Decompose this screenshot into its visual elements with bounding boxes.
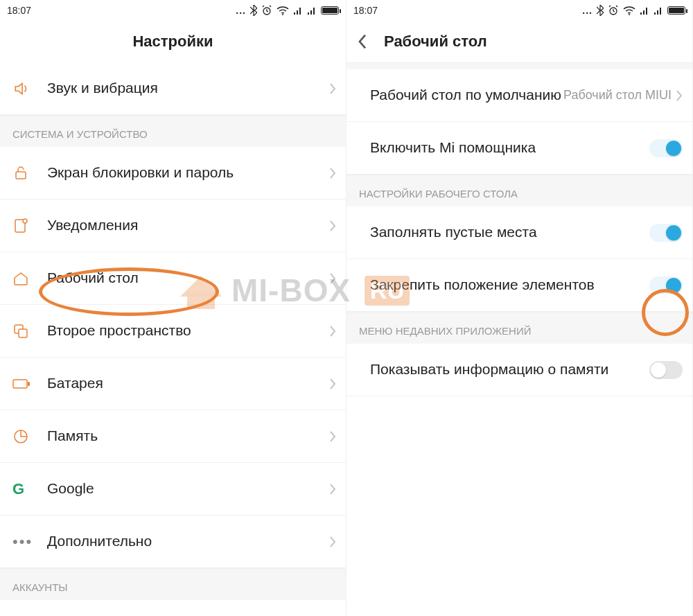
row-google[interactable]: G Google	[0, 463, 346, 516]
chevron-right-icon	[676, 89, 683, 102]
row-additional[interactable]: ••• Дополнительно	[0, 516, 346, 568]
toggle-fill-empty[interactable]	[649, 224, 683, 242]
row-notifications[interactable]: Уведомления	[0, 200, 346, 252]
wifi-icon	[623, 6, 635, 15]
memory-icon	[12, 428, 47, 445]
chevron-right-icon	[329, 430, 336, 443]
row-value: Рабочий стол MIUI	[563, 88, 676, 103]
svg-point-4	[23, 219, 27, 223]
row-label: Батарея	[47, 373, 329, 393]
battery-icon	[667, 6, 685, 15]
signal1-icon	[293, 6, 303, 15]
row-show-memory[interactable]: Показывать информацию о памяти	[346, 344, 692, 396]
screen-settings: 18:07 ... Настройки Зву	[0, 0, 346, 616]
toggle-show-memory[interactable]	[649, 361, 683, 379]
toggle-lock-positions[interactable]	[649, 276, 683, 294]
row-mi-assistant[interactable]: Включить Mi помощника	[346, 122, 692, 175]
battery-icon	[321, 6, 339, 15]
page-title: Настройки	[0, 21, 346, 62]
row-battery[interactable]: Батарея	[0, 358, 346, 410]
battery-row-icon	[12, 378, 47, 390]
row-label: Звук и вибрация	[47, 78, 329, 98]
signal2-icon	[307, 6, 317, 15]
chevron-right-icon	[329, 167, 336, 179]
row-label: Уведомления	[47, 215, 329, 235]
section-desktop-settings: НАСТРОЙКИ РАБОЧЕГО СТОЛА	[346, 175, 692, 206]
row-fill-empty[interactable]: Заполнять пустые места	[346, 206, 692, 259]
more-icon: ...	[236, 5, 246, 16]
svg-rect-2	[16, 172, 26, 179]
row-sound-vibration[interactable]: Звук и вибрация	[0, 62, 346, 115]
row-label: Закрепить положение элементов	[370, 275, 649, 294]
row-label: Рабочий стол	[47, 268, 329, 288]
row-label: Второе пространство	[47, 321, 329, 340]
status-bar: 18:07 ...	[346, 0, 692, 21]
row-default-launcher[interactable]: Рабочий стол по умолчанию Рабочий стол M…	[346, 69, 692, 122]
status-icons: ...	[582, 5, 685, 16]
row-lock-positions[interactable]: Закрепить положение элементов	[346, 259, 692, 312]
more-horizontal-icon: •••	[12, 533, 47, 551]
page-title: Рабочий стол	[346, 21, 692, 62]
svg-point-1	[282, 14, 283, 15]
status-time: 18:07	[7, 5, 31, 16]
svg-point-11	[629, 14, 630, 15]
screen-desktop: 18:07 ... Рабочий стол	[346, 0, 693, 616]
status-time: 18:07	[353, 5, 378, 16]
row-second-space[interactable]: Второе пространство	[0, 305, 346, 358]
status-bar: 18:07 ...	[0, 0, 346, 21]
wifi-icon	[277, 6, 289, 15]
google-icon: G	[12, 480, 47, 498]
row-label: Google	[47, 479, 329, 498]
row-lockscreen-password[interactable]: Экран блокировки и пароль	[0, 147, 346, 200]
status-icons: ...	[236, 5, 339, 16]
toggle-mi-assistant[interactable]	[649, 139, 683, 157]
sound-icon	[12, 80, 47, 98]
chevron-right-icon	[329, 220, 336, 232]
more-icon: ...	[582, 5, 593, 16]
row-label: Память	[47, 426, 329, 446]
chevron-right-icon	[329, 483, 336, 495]
home-icon	[12, 270, 47, 287]
row-label: Показывать информацию о памяти	[370, 360, 649, 379]
chevron-right-icon	[329, 536, 336, 548]
notification-icon	[12, 218, 47, 234]
row-label: Включить Mi помощника	[370, 138, 649, 157]
back-button[interactable]	[358, 33, 367, 50]
section-recent-menu: МЕНЮ НЕДАВНИХ ПРИЛОЖЕНИЙ	[346, 312, 692, 344]
row-label: Экран блокировки и пароль	[47, 163, 329, 182]
svg-rect-8	[28, 382, 30, 386]
bluetooth-icon	[250, 5, 257, 16]
chevron-right-icon	[329, 378, 336, 390]
bluetooth-icon	[597, 5, 604, 16]
row-desktop[interactable]: Рабочий стол	[0, 252, 346, 305]
section-accounts: АККАУНТЫ	[0, 568, 346, 600]
alarm-icon	[608, 5, 619, 16]
chevron-right-icon	[329, 325, 336, 337]
chevron-right-icon	[329, 82, 336, 95]
row-label: Заполнять пустые места	[370, 222, 649, 242]
row-memory[interactable]: Память	[0, 410, 346, 463]
row-label: Рабочий стол по умолчанию	[370, 85, 563, 105]
lock-icon	[12, 165, 47, 182]
svg-rect-7	[13, 380, 27, 388]
chevron-right-icon	[329, 272, 336, 285]
alarm-icon	[261, 5, 272, 16]
section-system-device: СИСТЕМА И УСТРОЙСТВО	[0, 115, 346, 147]
signal2-icon	[653, 6, 663, 15]
signal1-icon	[640, 6, 649, 15]
row-label: Дополнительно	[47, 531, 329, 551]
second-space-icon	[12, 323, 47, 340]
svg-rect-6	[19, 329, 27, 337]
